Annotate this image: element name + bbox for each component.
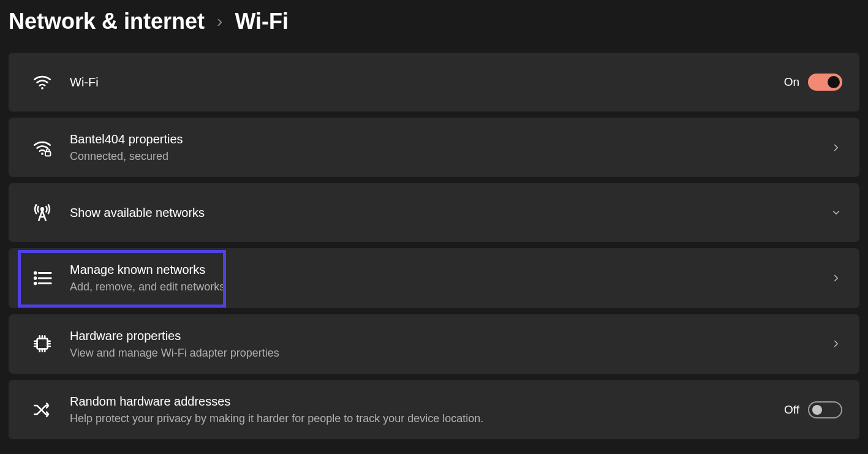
wifi-secured-icon: [29, 137, 55, 158]
shuffle-icon: [29, 399, 55, 420]
chevron-down-icon: [830, 206, 842, 219]
wifi-toggle[interactable]: [808, 74, 842, 91]
antenna-icon: [29, 202, 55, 223]
svg-point-0: [41, 87, 43, 89]
network-properties-card[interactable]: Bantel404 properties Connected, secured: [9, 118, 859, 177]
known-networks-title: Manage known networks: [70, 262, 830, 278]
known-networks-subtitle: Add, remove, and edit networks: [70, 279, 830, 294]
svg-point-6: [34, 278, 36, 279]
svg-rect-10: [37, 339, 48, 349]
wifi-title: Wi-Fi: [70, 74, 784, 91]
random-hw-title: Random hardware addresses: [70, 393, 784, 410]
random-hw-subtitle: Help protect your privacy by making it h…: [70, 411, 784, 426]
chip-icon: [29, 333, 55, 354]
network-properties-subtitle: Connected, secured: [70, 149, 830, 164]
breadcrumb-parent[interactable]: Network & internet: [9, 9, 205, 34]
random-hw-addresses-card[interactable]: Random hardware addresses Help protect y…: [9, 380, 859, 439]
breadcrumb: Network & internet › Wi-Fi: [0, 0, 868, 53]
chevron-right-icon: [830, 272, 842, 284]
chevron-right-icon: [830, 338, 842, 350]
list-icon: [29, 268, 55, 289]
svg-point-1: [41, 153, 43, 155]
available-networks-card[interactable]: Show available networks: [9, 183, 859, 242]
random-hw-toggle[interactable]: [808, 401, 842, 418]
wifi-icon: [29, 72, 55, 93]
known-networks-card[interactable]: Manage known networks Add, remove, and e…: [9, 248, 859, 308]
settings-list: Wi-Fi On Bantel404 properties Connected,…: [0, 53, 868, 439]
wifi-toggle-state: On: [784, 75, 799, 89]
wifi-toggle-card[interactable]: Wi-Fi On: [9, 53, 859, 112]
svg-rect-2: [45, 151, 51, 156]
available-networks-title: Show available networks: [70, 205, 830, 221]
chevron-right-icon: [830, 142, 842, 154]
svg-point-8: [34, 282, 36, 284]
random-hw-toggle-state: Off: [784, 403, 799, 417]
hardware-properties-subtitle: View and manage Wi-Fi adapter properties: [70, 346, 830, 360]
hardware-properties-card[interactable]: Hardware properties View and manage Wi-F…: [9, 314, 859, 374]
breadcrumb-current: Wi-Fi: [235, 9, 289, 34]
hardware-properties-title: Hardware properties: [70, 328, 830, 344]
svg-point-4: [34, 272, 36, 274]
network-properties-title: Bantel404 properties: [70, 131, 830, 148]
chevron-right-icon: ›: [217, 12, 222, 31]
